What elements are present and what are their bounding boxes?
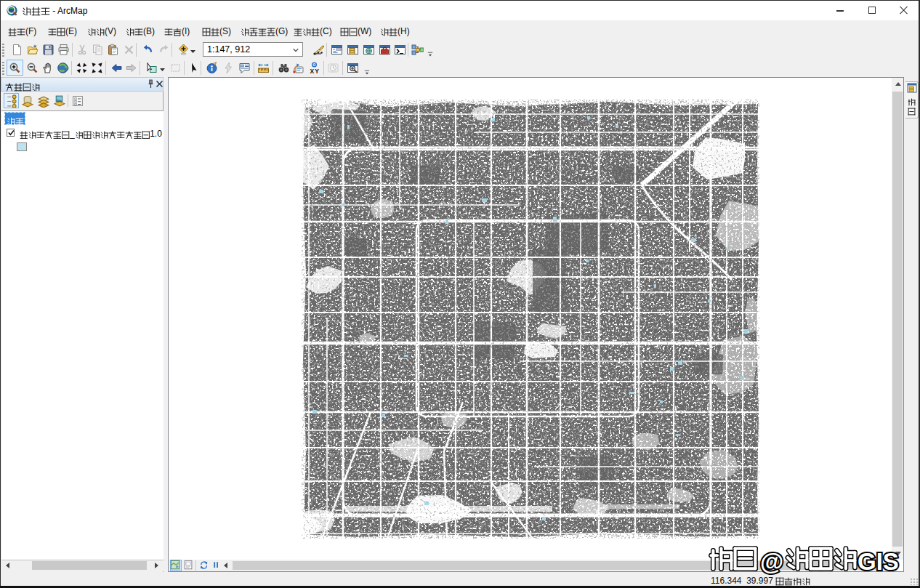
svg-text:Y: Y <box>315 68 319 75</box>
svg-text:@: @ <box>760 548 783 575</box>
svg-text:X: X <box>310 68 315 75</box>
svg-text:GIS: GIS <box>858 548 899 575</box>
